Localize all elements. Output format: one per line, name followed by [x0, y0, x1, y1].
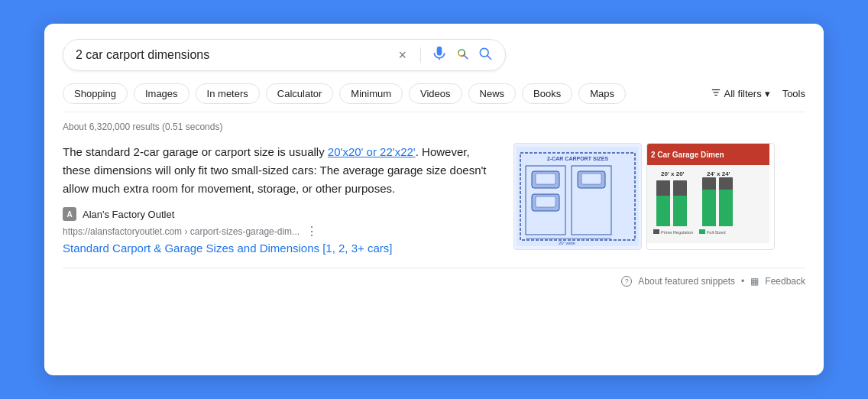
source-url-row: https://alansfactoryoutlet.com › carport… — [63, 224, 498, 238]
chip-calculator[interactable]: Calculator — [266, 83, 334, 104]
svg-text:Prime Regulation: Prime Regulation — [661, 230, 693, 235]
svg-rect-34 — [719, 190, 733, 226]
tools-button[interactable]: Tools — [782, 88, 805, 99]
svg-line-5 — [487, 56, 491, 60]
svg-line-3 — [465, 56, 468, 59]
chip-minimum[interactable]: Minimum — [339, 83, 403, 104]
blueprint-image[interactable]: 2-CAR CARPORT SIZES 20' w — [513, 143, 642, 250]
chip-news[interactable]: News — [468, 83, 517, 104]
snippet-link[interactable]: 20'x20' or 22'x22' — [328, 145, 416, 158]
chip-videos[interactable]: Videos — [409, 83, 462, 104]
svg-text:Full-Sized: Full-Sized — [707, 230, 725, 235]
svg-rect-14 — [536, 174, 555, 184]
svg-rect-37 — [699, 229, 705, 234]
search-input[interactable] — [76, 48, 395, 62]
snippet-text-before: The standard 2-car garage or carport siz… — [63, 145, 328, 158]
svg-rect-29 — [673, 196, 687, 226]
garage-image[interactable]: 2 Car Garage Dimen 20' x 20' 24' x 24' — [646, 143, 775, 250]
snippet-body: The standard 2-car garage or carport siz… — [63, 143, 498, 198]
svg-rect-28 — [656, 196, 670, 226]
svg-rect-19 — [581, 174, 601, 184]
svg-text:20' wide: 20' wide — [559, 241, 575, 245]
svg-rect-35 — [653, 229, 659, 234]
filter-chips-row: Shopping Images In meters Calculator Min… — [63, 83, 805, 112]
filter-right: All filters ▾ Tools — [711, 87, 805, 100]
favicon: A — [63, 207, 76, 221]
more-options-icon[interactable]: ⋮ — [306, 224, 318, 238]
search-bar: × — [63, 39, 506, 71]
svg-text:2 Car Garage Dimen: 2 Car Garage Dimen — [651, 151, 724, 159]
snippet-images: 2-CAR CARPORT SIZES 20' w — [513, 143, 775, 250]
feedback-link[interactable]: Feedback — [765, 276, 805, 287]
svg-text:2-CAR CARPORT SIZES: 2-CAR CARPORT SIZES — [547, 156, 608, 161]
lens-icon[interactable] — [455, 46, 470, 64]
source-name: Alan's Factory Outlet — [83, 209, 174, 220]
result-title-link[interactable]: Standard Carport & Garage Sizes and Dime… — [63, 242, 392, 255]
all-filters-button[interactable]: All filters ▾ — [711, 87, 770, 100]
svg-text:24' x 24': 24' x 24' — [707, 170, 730, 177]
svg-rect-33 — [702, 190, 716, 226]
chip-maps[interactable]: Maps — [578, 83, 626, 104]
divider — [420, 47, 421, 63]
source-url: https://alansfactoryoutlet.com › carport… — [63, 226, 300, 237]
snippet-text-area: The standard 2-car garage or carport siz… — [63, 143, 498, 255]
search-bar-icons: × — [395, 46, 493, 64]
chip-images[interactable]: Images — [134, 83, 189, 104]
clear-icon[interactable]: × — [395, 47, 410, 63]
featured-snippet: The standard 2-car garage or carport siz… — [63, 143, 805, 255]
results-count: About 6,320,000 results (0.51 seconds) — [63, 122, 805, 132]
chip-shopping[interactable]: Shopping — [63, 83, 128, 104]
feedback-icon: ▦ — [750, 276, 759, 287]
search-icon[interactable] — [478, 46, 493, 64]
chip-books[interactable]: Books — [522, 83, 572, 104]
dot-separator: • — [741, 276, 744, 287]
about-snippets-text[interactable]: About featured snippets — [638, 276, 735, 287]
mic-icon[interactable] — [432, 46, 447, 64]
filter-icon — [711, 87, 721, 100]
source-row: A Alan's Factory Outlet — [63, 207, 498, 221]
chevron-down-icon: ▾ — [765, 88, 770, 99]
svg-rect-16 — [536, 196, 555, 207]
help-icon[interactable]: ? — [621, 276, 632, 287]
chip-in-meters[interactable]: In meters — [196, 83, 260, 104]
browser-window: × — [44, 24, 824, 375]
svg-text:20' x 20': 20' x 20' — [661, 170, 685, 177]
all-filters-label: All filters — [724, 88, 762, 99]
bottom-bar: ? About featured snippets • ▦ Feedback — [63, 268, 805, 287]
